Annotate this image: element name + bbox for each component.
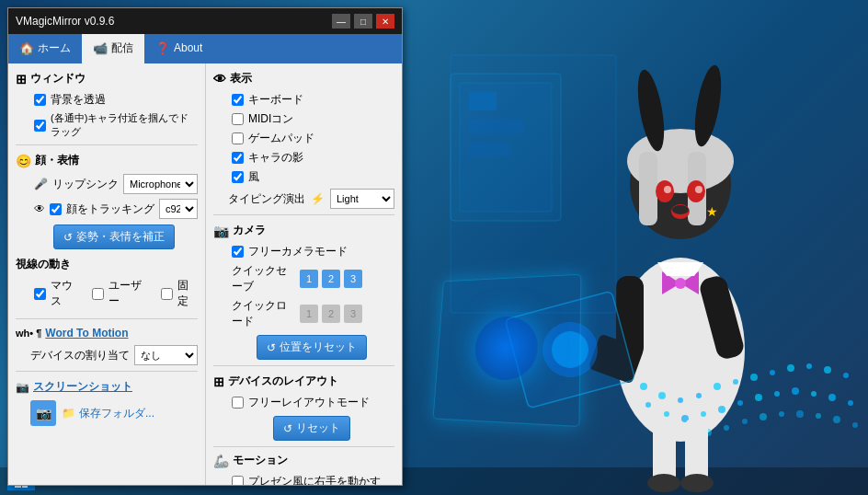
free-layout-checkbox[interactable] <box>232 397 244 409</box>
shadow-label: キャラの影 <box>248 150 303 166</box>
mic-icon: 🎤 <box>34 178 48 190</box>
lip-sync-row: 🎤 リップシンク Microphone (C <box>30 174 198 194</box>
holographic-panel <box>433 274 582 427</box>
quick-save-3[interactable]: 3 <box>344 270 362 288</box>
folder-icon: 📁 <box>62 407 75 420</box>
gamepad-checkbox[interactable] <box>232 132 244 144</box>
svg-point-31 <box>733 379 738 385</box>
divider-r3 <box>213 446 394 447</box>
face-icon: 😊 <box>16 154 31 168</box>
svg-point-59 <box>833 416 840 423</box>
bg-transparent-row: 背景を透過 <box>30 92 198 108</box>
tab-home-label: ホーム <box>38 40 71 56</box>
tab-about[interactable]: ❓ About <box>144 34 213 63</box>
word-to-motion-title[interactable]: Word To Motion <box>45 327 128 340</box>
svg-point-49 <box>848 400 853 406</box>
device-select[interactable]: なし <box>134 345 198 365</box>
quick-save-label: クイックセーブ <box>232 263 296 294</box>
quick-load-3[interactable]: 3 <box>344 305 362 323</box>
streaming-icon: 📹 <box>93 41 108 55</box>
svg-text:★: ★ <box>706 204 718 219</box>
screenshot-icon: 📷 <box>16 381 29 394</box>
app-title: VMagicMirror v0.9.6 <box>16 15 332 28</box>
folder-link[interactable]: 📁 保存フォルダ... <box>62 406 154 421</box>
typing-label: タイピング演出 <box>228 191 305 207</box>
divider-3 <box>16 371 198 372</box>
midi-checkbox[interactable] <box>232 113 244 125</box>
quick-save-2[interactable]: 2 <box>322 270 340 288</box>
svg-point-56 <box>779 411 784 417</box>
device-reset-icon: ↺ <box>283 422 292 435</box>
face-section-header: 😊 顔・表情 <box>16 153 198 168</box>
tab-bar: 🏠 ホーム 📹 配信 ❓ About <box>8 34 402 63</box>
quick-load-2[interactable]: 2 <box>322 305 340 323</box>
lip-sync-label: リップシンク <box>52 177 119 192</box>
wind-checkbox[interactable] <box>232 171 244 183</box>
close-button[interactable]: ✕ <box>376 14 394 29</box>
display-section-content: キーボード MIDIコン ゲームパッド キャラの影 風 <box>213 92 394 209</box>
drag-checkbox[interactable] <box>34 120 46 132</box>
presentation-row: プレゼン風に右手を動かす <box>228 474 394 485</box>
shadow-row: キャラの影 <box>228 150 394 166</box>
face-tracking-label: 顔をトラッキング <box>66 201 154 217</box>
svg-point-39 <box>664 411 669 417</box>
right-panel: 👁 表示 キーボード MIDIコン ゲームパッド キャラの影 <box>206 63 402 485</box>
free-camera-checkbox[interactable] <box>232 246 244 258</box>
motion-right-header: 🦾 モーション <box>213 453 394 468</box>
midi-label: MIDIコン <box>248 111 293 127</box>
device-reset-button[interactable]: ↺ リセット <box>273 416 350 441</box>
svg-point-63 <box>647 474 680 492</box>
display-section-title: 表示 <box>230 71 252 86</box>
tab-home[interactable]: 🏠 ホーム <box>8 34 82 63</box>
svg-rect-68 <box>469 143 510 156</box>
minimize-button[interactable]: — <box>332 14 350 29</box>
mouse-label: マウス <box>51 278 81 309</box>
mouse-checkbox[interactable] <box>34 288 46 300</box>
svg-rect-62 <box>685 419 708 483</box>
tab-streaming[interactable]: 📹 配信 <box>82 34 144 63</box>
svg-point-29 <box>696 393 702 398</box>
keyboard-label: キーボード <box>248 92 303 108</box>
face-section-content: 🎤 リップシンク Microphone (C 👁 顔をトラッキング c922 P… <box>16 174 198 249</box>
quick-save-1[interactable]: 1 <box>300 270 318 288</box>
motion-section-header: 視線の動き <box>16 257 198 272</box>
svg-point-42 <box>718 406 725 413</box>
svg-point-58 <box>816 413 821 419</box>
device-layout-header: ⊞ デバイスのレイアウト <box>213 374 394 389</box>
adjust-button[interactable]: ↺ 姿勢・表情を補正 <box>53 224 175 249</box>
motion-checkboxes: マウス ユーザー 固定 <box>30 278 198 313</box>
tab-streaming-label: 配信 <box>111 40 133 56</box>
bg-transparent-checkbox[interactable] <box>34 94 46 106</box>
keyboard-checkbox[interactable] <box>232 94 244 106</box>
maximize-button[interactable]: □ <box>354 14 372 29</box>
motion-section-right: 🦾 モーション プレゼン風に右手を動かす <box>213 453 394 485</box>
svg-point-12 <box>695 186 702 193</box>
face-tracking-checkbox[interactable] <box>50 203 62 215</box>
presentation-label: プレゼン風に右手を動かす <box>248 474 381 485</box>
typing-select[interactable]: Light <box>330 189 394 209</box>
svg-rect-67 <box>469 120 524 133</box>
screenshot-section-title[interactable]: スクリーンショット <box>33 379 132 395</box>
divider-r1 <box>213 214 394 215</box>
screenshot-button[interactable]: 📷 <box>30 400 56 426</box>
camera-reset-button[interactable]: ↺ 位置をリセット <box>257 335 367 360</box>
quick-load-1[interactable]: 1 <box>300 305 318 323</box>
face-tracking-select[interactable]: c922 Pro Strea <box>159 199 198 219</box>
svg-point-46 <box>792 387 799 395</box>
camera-icon: 📷 <box>213 224 229 238</box>
svg-point-27 <box>658 392 666 399</box>
presentation-checkbox[interactable] <box>232 476 244 485</box>
motion-right-content: プレゼン風に右手を動かす <box>213 474 394 485</box>
user-checkbox[interactable] <box>92 288 104 300</box>
shadow-checkbox[interactable] <box>232 152 244 164</box>
motion-section-title: 視線の動き <box>16 257 71 272</box>
lip-sync-select[interactable]: Microphone (C <box>123 174 198 194</box>
wind-row: 風 <box>228 169 394 185</box>
fixed-checkbox[interactable] <box>161 288 173 300</box>
eye-icon: 👁 <box>34 202 45 215</box>
folder-label: 保存フォルダ... <box>79 406 154 421</box>
gamepad-label: ゲームパッド <box>248 131 314 146</box>
free-camera-label: フリーカメラモード <box>248 244 348 259</box>
wtm-icons: wh• ¶ <box>16 328 41 339</box>
lightning-icon: ⚡ <box>311 192 325 205</box>
